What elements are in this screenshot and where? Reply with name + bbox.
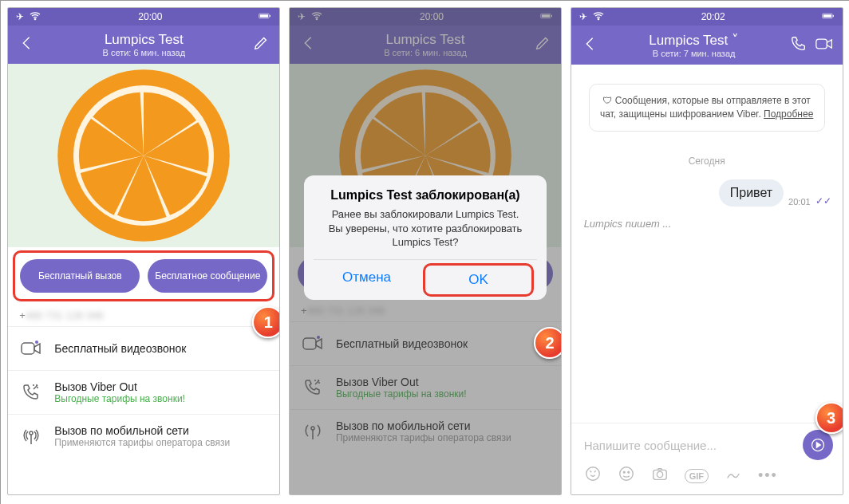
back-icon[interactable] — [18, 34, 35, 55]
edit-icon[interactable] — [252, 34, 270, 55]
alert-cancel-button[interactable]: Отмена — [314, 260, 420, 300]
svg-point-27 — [627, 471, 629, 473]
header: Lumpics Test ˅В сети: 7 мин. назад — [571, 26, 843, 65]
clock: 20:00 — [138, 11, 162, 22]
emoji-icon[interactable] — [618, 465, 635, 486]
doodle-icon[interactable] — [725, 465, 742, 486]
chat-title: Lumpics Test — [43, 32, 244, 48]
cellular-icon — [19, 424, 43, 448]
airplane-icon: ✈ — [579, 11, 587, 22]
viber-out-item[interactable]: Вызов Viber OutВыгодные тарифы на звонки… — [8, 370, 279, 414]
clock: 20:02 — [701, 11, 725, 22]
list-item-sub: Выгодные тарифы на звонки! — [54, 393, 185, 404]
wifi-icon — [592, 10, 605, 25]
video-call-item[interactable]: Бесплатный видеозвонок — [8, 326, 279, 370]
battery-icon — [259, 10, 271, 25]
screen-1: ✈ 20:00 Lumpics Test В сети: 6 мин. наза… — [7, 7, 280, 495]
svg-rect-6 — [22, 343, 34, 354]
list-item-label: Бесплатный видеозвонок — [54, 342, 186, 355]
list-item-sub: Применяются тарифы оператора связи — [54, 437, 230, 448]
outgoing-message: Привет 20:01 ✓✓ — [719, 179, 831, 207]
camera-icon[interactable] — [651, 465, 669, 486]
video-icon — [19, 337, 43, 360]
voice-call-icon[interactable] — [790, 35, 808, 56]
list-item-label: Вызов по мобильной сети — [54, 424, 230, 437]
battery-icon — [822, 10, 835, 25]
status-bar: ✈ 20:00 — [8, 8, 279, 26]
alert-title: Lumpics Test заблокирован(а) — [314, 188, 537, 203]
alert-body: Ранее вы заблокировали Lumpics Test. Вы … — [314, 207, 537, 250]
encryption-notice: 🛡 Сообщения, которые вы отправляете в эт… — [589, 84, 825, 132]
header: Lumpics Test В сети: 6 мин. назад — [8, 26, 279, 64]
step-badge-2: 2 — [534, 327, 562, 359]
svg-point-29 — [657, 471, 662, 477]
status-bar: ✈ 20:02 — [571, 8, 843, 26]
buttons-highlight: Бесплатный вызов Бесплатное сообщение — [13, 250, 274, 301]
svg-rect-22 — [815, 39, 827, 49]
phone-number: +480 731 126 346 — [8, 305, 279, 326]
back-icon[interactable] — [581, 35, 598, 56]
svg-point-7 — [35, 341, 38, 344]
profile-picture — [8, 64, 279, 247]
chat-area: 🛡 Сообщения, которые вы отправляете в эт… — [571, 65, 843, 423]
video-call-icon[interactable] — [815, 35, 833, 56]
date-separator: Сегодня — [582, 156, 831, 167]
viber-out-icon — [19, 380, 43, 404]
voice-message-button[interactable] — [803, 430, 833, 460]
free-call-button[interactable]: Бесплатный вызов — [20, 259, 140, 293]
alert-ok-button[interactable]: OK — [444, 266, 512, 294]
screen-3: ✈ 20:02 Lumpics Test ˅В сети: 7 мин. наз… — [571, 7, 843, 495]
svg-point-0 — [35, 18, 36, 19]
svg-point-26 — [623, 471, 625, 473]
last-seen: В сети: 7 мин. назад — [606, 49, 782, 58]
step-badge-1: 1 — [252, 306, 280, 338]
svg-rect-20 — [823, 14, 831, 17]
wifi-icon — [29, 10, 41, 25]
screen-2: ✈ 20:00 Lumpics TestВ сети: 6 мин. назад… — [289, 7, 562, 495]
sticker-icon[interactable] — [584, 465, 602, 486]
read-ticks-icon: ✓✓ — [815, 195, 831, 207]
svg-rect-2 — [260, 14, 268, 17]
last-seen: В сети: 6 мин. назад — [43, 48, 244, 57]
svg-point-24 — [586, 467, 599, 481]
svg-rect-21 — [832, 14, 833, 16]
input-bar: Напишите сообщение... GIF ••• — [571, 423, 843, 494]
svg-rect-3 — [270, 14, 270, 16]
svg-point-25 — [619, 467, 633, 481]
free-message-button[interactable]: Бесплатное сообщение — [148, 259, 267, 293]
chat-title[interactable]: Lumpics Test ˅ — [606, 32, 782, 49]
typing-indicator: Lumpics пишет ... — [582, 215, 831, 233]
gif-icon[interactable]: GIF — [685, 469, 709, 483]
shield-icon: 🛡 — [602, 95, 614, 106]
message-input[interactable]: Напишите сообщение... — [581, 432, 796, 459]
list-item-label: Вызов Viber Out — [54, 380, 185, 393]
learn-more-link[interactable]: Подробнее — [764, 108, 813, 120]
unblock-alert: Lumpics Test заблокирован(а) Ранее вы за… — [304, 175, 547, 300]
cellular-call-item[interactable]: Вызов по мобильной сетиПрименяются тариф… — [8, 414, 279, 458]
more-icon[interactable]: ••• — [758, 467, 778, 484]
message-bubble: Привет — [719, 179, 784, 207]
svg-point-8 — [30, 431, 33, 435]
step-badge-3: 3 — [815, 402, 843, 434]
ok-highlight: OK — [423, 263, 534, 297]
airplane-icon: ✈ — [16, 11, 24, 22]
message-time: 20:01 — [788, 197, 811, 207]
svg-point-18 — [598, 18, 598, 19]
